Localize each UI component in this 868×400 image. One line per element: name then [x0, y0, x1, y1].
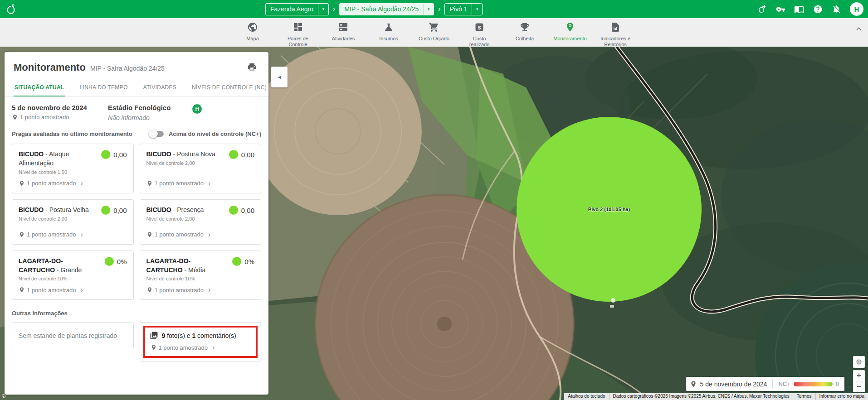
phenology-value: Não informado	[108, 114, 171, 121]
pest-card-bicudo-postura-velha[interactable]: BICUDO - Postura Velha 0,00 Nível de con…	[12, 199, 134, 245]
pest-card-bicudo-postura-nova[interactable]: BICUDO - Postura Nova 0,00 Nível de cont…	[140, 144, 262, 193]
report-icon	[610, 22, 621, 34]
legend-nc-label: NC+	[778, 381, 790, 387]
page-subtitle: MIP - Safra Algodão 24/25	[90, 65, 165, 72]
book-icon[interactable]	[794, 4, 804, 14]
plant-stand-card: Sem estande de plantas registrado	[12, 322, 134, 349]
pin-icon	[690, 381, 697, 388]
legend-date: 5 de novembro de 2024	[700, 381, 767, 388]
pin-icon	[146, 231, 153, 238]
breadcrumb-separator: ›	[438, 5, 440, 13]
breadcrumb: Fazenda Aegro ▼ › MIP - Safra Algodão 24…	[265, 0, 483, 18]
sampled-points-link[interactable]: 1 ponto amostrado›	[146, 281, 255, 294]
user-avatar[interactable]: H	[850, 2, 863, 16]
sampled-points-link[interactable]: 1 ponto amostrado›	[19, 281, 127, 294]
svg-text:$: $	[478, 25, 481, 30]
photo-library-icon	[150, 331, 158, 340]
referral-icon[interactable]	[757, 4, 767, 14]
season-selector-label: MIP - Safra Algodão 24/25	[340, 4, 423, 15]
chevron-right-icon: ›	[208, 179, 210, 188]
tab-atividades[interactable]: ATIVIDADES	[142, 81, 177, 96]
toolbar-label: Insumos	[379, 36, 398, 42]
chevron-right-icon: ›	[80, 179, 83, 188]
sampled-points-link[interactable]: 1 ponto amostrado›	[146, 175, 255, 188]
toolbar-item-custo-orcado[interactable]: Custo Orçado	[417, 22, 451, 42]
globe-icon	[247, 22, 258, 34]
collapse-panel-button[interactable]: ◄	[271, 67, 288, 87]
pest-card-bicudo-ataque[interactable]: BICUDO - Ataque Alimentação 0,00 Nível d…	[12, 144, 134, 193]
tab-situacao-atual[interactable]: SITUAÇÃO ATUAL	[14, 81, 65, 96]
print-icon[interactable]	[247, 62, 257, 73]
farm-selector[interactable]: Fazenda Aegro ▼	[265, 3, 329, 15]
pin-icon	[19, 287, 25, 293]
toolbar-item-insumos[interactable]: Insumos	[372, 22, 405, 42]
map-date-legend: 5 de novembro de 2024 NC+ 0	[686, 377, 845, 391]
highlight-annotation: 9 foto(s) e 1 comentário(s) 1 ponto amos…	[143, 326, 258, 358]
report-map-error-link[interactable]: Informar erro no mapa	[815, 393, 868, 400]
keyboard-shortcuts-link[interactable]: Atalhos do teclado	[564, 393, 609, 400]
pest-card-lagarta-grande[interactable]: LAGARTA-DO-CARTUCHO - Grande 0% Nível de…	[12, 251, 134, 300]
monitoring-pin-icon	[565, 22, 575, 34]
zoom-out-button[interactable]: −	[853, 381, 865, 392]
app-header: Fazenda Aegro ▼ › MIP - Safra Algodão 24…	[0, 0, 868, 18]
help-icon[interactable]	[813, 4, 823, 14]
tab-linha-do-tempo[interactable]: LINHA DO TEMPO	[79, 81, 129, 96]
terms-link[interactable]: Termos	[797, 394, 812, 399]
map-data-attribution: Dados cartográficos ©2025 Imagens ©2025 …	[609, 393, 815, 400]
toolbar-item-painel-de-controle[interactable]: Painel de Controle	[281, 22, 315, 47]
toolbar-label: Painel de Controle	[281, 36, 315, 47]
flask-icon	[383, 22, 394, 34]
dashboard-icon	[293, 22, 303, 34]
pin-icon	[19, 180, 25, 187]
list-icon	[338, 22, 349, 34]
nc-filter-toggle[interactable]	[149, 129, 165, 138]
season-selector[interactable]: MIP - Safra Algodão 24/25 ▼	[339, 3, 434, 15]
breadcrumb-separator: ›	[333, 5, 335, 13]
chevron-down-icon[interactable]: ▼	[472, 4, 482, 15]
collapse-toolbar-button[interactable]	[856, 24, 862, 33]
phenology-badge[interactable]: H	[192, 104, 202, 114]
pin-icon	[146, 287, 153, 293]
field-selector[interactable]: Pivô 1 ▼	[444, 3, 483, 15]
sampled-points-link[interactable]: 1 ponto amostrado›	[151, 343, 252, 352]
chevron-down-icon[interactable]: ▼	[318, 4, 328, 15]
nc-filter-label: Acima do nível de controle (NC+)	[169, 130, 261, 137]
my-location-button[interactable]	[853, 356, 865, 368]
toolbar-item-custo-realizado[interactable]: $ Custo realizado	[463, 22, 496, 47]
pest-card-lagarta-media[interactable]: LAGARTA-DO-CARTUCHO - Média 0% Nível de …	[140, 251, 262, 300]
sampled-points-link[interactable]: 1 ponto amostrado›	[146, 226, 255, 239]
sampled-points-link[interactable]: 1 ponto amostrado›	[19, 175, 127, 188]
toolbar-item-atividades[interactable]: Atividades	[327, 22, 360, 42]
chevron-down-icon[interactable]: ▼	[423, 4, 434, 15]
legend-nc-value: 0	[836, 381, 839, 387]
chevron-right-icon: ›	[80, 231, 83, 239]
toolbar-label: Mapa	[246, 36, 259, 42]
photos-comments-card[interactable]: 9 foto(s) e 1 comentário(s) 1 ponto amos…	[140, 322, 262, 361]
tab-niveis-de-controle[interactable]: NÍVEIS DE CONTROLE (NC)	[191, 81, 268, 96]
toolbar-item-mapa[interactable]: Mapa	[236, 22, 269, 42]
toolbar-item-colheita[interactable]: Colheita	[508, 22, 541, 42]
field-selector-label: Pivô 1	[445, 4, 472, 15]
toolbar-label: Custo realizado	[463, 36, 496, 47]
notifications-off-icon[interactable]	[831, 4, 841, 14]
phenology-label: Estádio Fenológico	[108, 104, 171, 111]
pest-card-bicudo-presenca[interactable]: BICUDO - Presença 0,00 Nível de controle…	[140, 199, 262, 245]
key-icon[interactable]	[775, 4, 785, 14]
toolbar-item-monitoramento[interactable]: Monitoramento	[553, 22, 587, 42]
zoom-in-button[interactable]: +	[853, 370, 865, 381]
aegro-logo-icon[interactable]	[5, 3, 17, 15]
toolbar-label: Colheita	[516, 36, 534, 42]
sampled-points-link[interactable]: 1 ponto amostrado›	[19, 226, 127, 239]
toolbar-label: Monitoramento	[553, 36, 586, 42]
map-zoom-control: + −	[853, 370, 865, 392]
toolbar-item-indicadores-relatorios[interactable]: Indicadores e Relatórios	[599, 22, 632, 47]
pivot-label: Pivô 2 (101,05 ha)	[588, 207, 630, 212]
pin-icon	[12, 114, 18, 120]
page-title: Monitoramento	[14, 62, 86, 73]
sampled-points: 1 ponto amostrado	[12, 114, 108, 120]
chevron-right-icon: ›	[80, 286, 83, 294]
status-dot-green	[101, 150, 110, 159]
nc-gradient-scale	[794, 382, 833, 386]
module-toolbar: Mapa Painel de Controle Atividades Insum…	[0, 18, 868, 47]
status-dot-green	[229, 150, 238, 159]
